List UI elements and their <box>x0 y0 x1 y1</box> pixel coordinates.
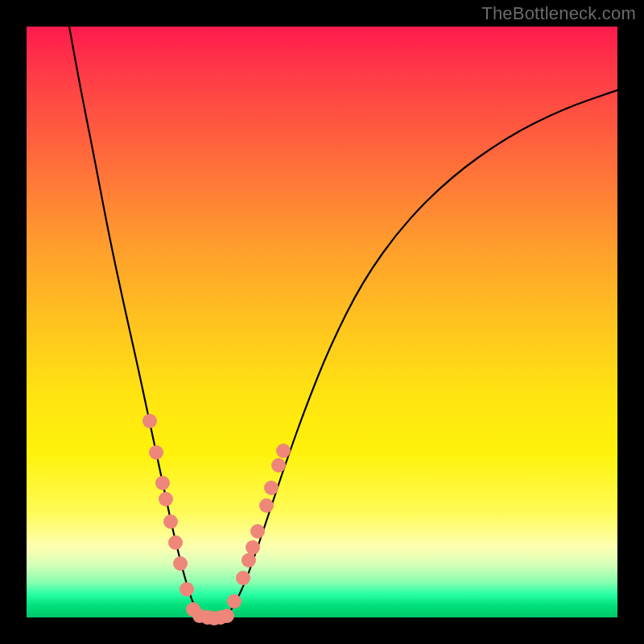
gradient-background <box>27 27 617 617</box>
chart-canvas: TheBottleneck.com <box>0 0 644 644</box>
watermark-label: TheBottleneck.com <box>481 3 636 24</box>
